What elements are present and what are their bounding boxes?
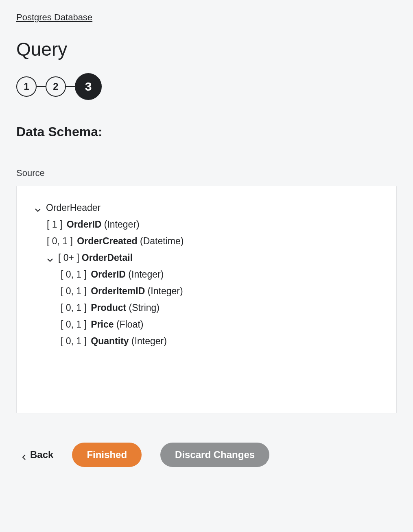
source-label: Source: [16, 168, 397, 178]
tree-node-orderdetail: [ 0+ ] OrderDetail [ 0, 1 ] OrderID (Int…: [47, 252, 378, 347]
footer-actions: Back Finished Discard Changes: [16, 443, 397, 467]
schema-field[interactable]: [ 1 ] OrderID (Integer): [47, 219, 378, 230]
finished-button[interactable]: Finished: [72, 443, 142, 467]
schema-field[interactable]: [ 0, 1 ] Price (Float): [61, 319, 378, 330]
step-1[interactable]: 1: [16, 76, 37, 97]
tree-node-label: OrderDetail: [82, 252, 133, 263]
schema-field[interactable]: [ 0, 1 ] Product (String): [61, 302, 378, 313]
section-heading: Data Schema:: [16, 124, 397, 139]
field-type: (Integer): [104, 219, 140, 230]
schema-field[interactable]: [ 0, 1 ] OrderID (Integer): [61, 269, 378, 280]
back-label: Back: [30, 449, 53, 460]
field-name: OrderCreated: [77, 236, 137, 246]
field-name: OrderID: [67, 219, 102, 230]
tree-node-header[interactable]: [ 0+ ] OrderDetail: [47, 252, 378, 263]
field-type: (String): [129, 302, 160, 313]
field-cardinality: [ 0+ ]: [58, 252, 79, 263]
field-cardinality: [ 1 ]: [47, 219, 62, 230]
step-2[interactable]: 2: [46, 76, 66, 97]
step-connector: [37, 86, 46, 87]
field-type: (Float): [116, 319, 143, 330]
chevron-down-icon: [47, 255, 53, 261]
field-type: (Integer): [131, 336, 167, 346]
chevron-left-icon: [22, 452, 26, 458]
field-name: OrderItemID: [91, 286, 145, 296]
field-type: (Datetime): [140, 236, 184, 246]
page-title: Query: [16, 38, 397, 60]
field-type: (Integer): [148, 286, 183, 296]
discard-changes-button[interactable]: Discard Changes: [160, 443, 269, 467]
field-cardinality: [ 0, 1 ]: [61, 286, 87, 296]
back-button[interactable]: Back: [22, 449, 53, 460]
tree-node-label: OrderHeader: [46, 202, 101, 213]
field-type: (Integer): [128, 269, 164, 280]
stepper: 1 2 3: [16, 73, 397, 100]
field-cardinality: [ 0, 1 ]: [61, 269, 87, 280]
field-cardinality: [ 0, 1 ]: [61, 319, 87, 330]
field-name: Quantity: [91, 336, 129, 346]
field-cardinality: [ 0, 1 ]: [47, 236, 73, 246]
step-3[interactable]: 3: [75, 73, 102, 100]
schema-panel: OrderHeader [ 1 ] OrderID (Integer) [ 0,…: [16, 186, 397, 413]
schema-tree: OrderHeader [ 1 ] OrderID (Integer) [ 0,…: [35, 202, 378, 347]
schema-field[interactable]: [ 0, 1 ] Quantity (Integer): [61, 336, 378, 347]
field-name: Price: [91, 319, 114, 330]
chevron-down-icon: [35, 205, 41, 211]
tree-node-orderheader[interactable]: OrderHeader: [35, 202, 378, 213]
breadcrumb[interactable]: Postgres Database: [16, 12, 92, 23]
step-connector: [66, 86, 75, 87]
schema-field[interactable]: [ 0, 1 ] OrderItemID (Integer): [61, 286, 378, 297]
field-cardinality: [ 0, 1 ]: [61, 336, 87, 346]
schema-field[interactable]: [ 0, 1 ] OrderCreated (Datetime): [47, 236, 378, 247]
field-name: Product: [91, 302, 126, 313]
field-name: OrderID: [91, 269, 126, 280]
field-cardinality: [ 0, 1 ]: [61, 302, 87, 313]
